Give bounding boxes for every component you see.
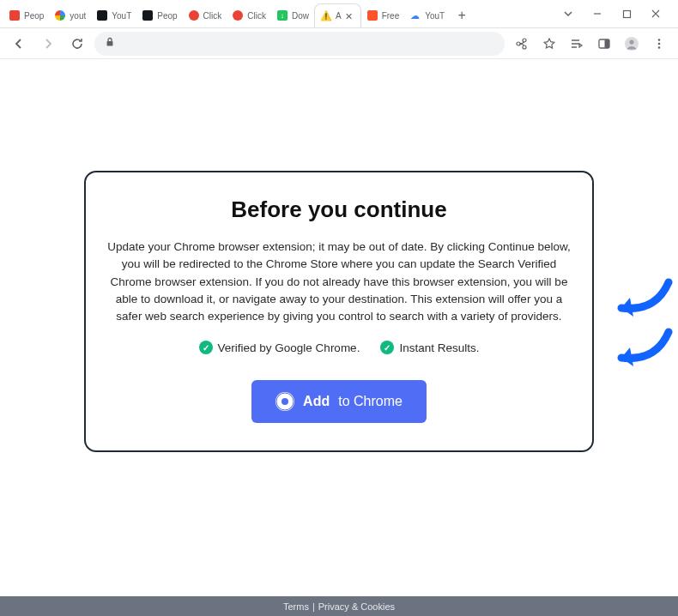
badge-label: Instant Results.	[399, 341, 479, 354]
svg-point-6	[658, 39, 661, 41]
verified-badge: ✓ Verified by Google Chrome.	[199, 341, 360, 354]
new-tab-button[interactable]: +	[450, 3, 474, 27]
forward-button[interactable]	[36, 32, 60, 56]
back-button[interactable]	[7, 32, 31, 56]
toolbar-actions	[510, 32, 671, 56]
close-button[interactable]	[644, 2, 668, 26]
dialog-badges: ✓ Verified by Google Chrome. ✓ Instant R…	[101, 341, 577, 354]
minimize-button[interactable]	[585, 2, 609, 26]
bookmark-icon[interactable]	[537, 32, 561, 56]
brave-icon	[366, 9, 378, 21]
annotation-arrow	[604, 323, 673, 366]
svg-point-5	[629, 39, 633, 44]
footer-privacy-link[interactable]: Privacy & Cookies	[318, 601, 395, 612]
add-to-chrome-button[interactable]: Add to Chrome	[251, 380, 427, 423]
playlist-icon[interactable]	[565, 32, 589, 56]
svg-rect-0	[623, 10, 630, 17]
button-strong-label: Add	[303, 394, 330, 409]
close-tab-icon[interactable]: ✕	[345, 11, 355, 21]
button-rest-label: to Chrome	[338, 394, 403, 409]
svg-rect-3	[605, 39, 610, 48]
youtube-icon	[142, 9, 154, 21]
window-controls	[546, 2, 678, 26]
footer-terms-link[interactable]: Terms	[283, 601, 309, 612]
lock-icon	[105, 37, 115, 50]
badge-label: Verified by Google Chrome.	[218, 341, 360, 354]
tab-title: Peop	[157, 11, 177, 21]
maximize-button[interactable]	[614, 2, 639, 26]
page-footer: Terms | Privacy & Cookies	[0, 596, 678, 616]
tab-title: Click	[247, 11, 266, 21]
globe-icon	[96, 9, 108, 21]
dialog-body: Update your Chrome browser extension; it…	[101, 239, 577, 325]
check-icon: ✓	[199, 341, 213, 354]
window-titlebar: Peop yout YouT Peop Click Click ↓Dow ⚠️A…	[0, 0, 678, 28]
address-bar[interactable]	[94, 32, 505, 56]
footer-separator: |	[312, 601, 315, 612]
tab-title: YouT	[112, 11, 131, 21]
download-icon: ↓	[276, 9, 288, 21]
tab-title: A	[336, 11, 342, 21]
reload-button[interactable]	[65, 32, 89, 56]
browser-tab[interactable]: Click	[183, 3, 227, 27]
browser-tab[interactable]: YouT	[91, 3, 136, 27]
svg-point-8	[658, 46, 661, 49]
tab-title: YouT	[425, 11, 445, 21]
browser-tab[interactable]: Peop	[3, 3, 49, 27]
tab-title: Dow	[292, 11, 309, 21]
browser-tab-active[interactable]: ⚠️A✕	[314, 3, 361, 27]
svg-point-7	[658, 42, 661, 45]
browser-tab[interactable]: ☁YouT	[404, 3, 450, 27]
tab-title: Free	[382, 11, 400, 21]
share-icon[interactable]	[510, 32, 534, 56]
browser-tab[interactable]: ↓Dow	[271, 3, 314, 27]
tab-title: yout	[70, 11, 86, 21]
chevron-down-icon[interactable]	[556, 2, 580, 26]
browser-tab[interactable]: Click	[227, 3, 271, 27]
sidepanel-icon[interactable]	[592, 32, 616, 56]
annotation-arrow	[604, 274, 673, 317]
warning-icon: ⚠️	[320, 10, 332, 22]
cloud-icon: ☁	[409, 9, 421, 21]
profile-icon[interactable]	[620, 32, 644, 56]
browser-tab[interactable]: Peop	[136, 3, 182, 27]
browser-tab[interactable]: yout	[49, 3, 91, 27]
browser-tab[interactable]: Free	[361, 3, 405, 27]
instant-badge: ✓ Instant Results.	[380, 341, 479, 354]
check-icon: ✓	[380, 341, 394, 354]
tab-title: Peop	[24, 11, 44, 21]
chrome-icon	[275, 392, 294, 411]
youtube-icon	[9, 9, 21, 21]
red-icon	[232, 9, 244, 21]
tab-title: Click	[203, 11, 222, 21]
browser-toolbar	[0, 28, 678, 59]
continue-dialog: Before you continue Update your Chrome b…	[84, 171, 594, 452]
red-icon	[188, 9, 200, 21]
tab-strip: Peop yout YouT Peop Click Click ↓Dow ⚠️A…	[0, 0, 546, 27]
svg-point-10	[281, 398, 288, 405]
svg-rect-1	[107, 41, 113, 46]
page-viewport: risk.com Before you continue Update your…	[0, 59, 678, 596]
dialog-heading: Before you continue	[101, 196, 577, 223]
google-icon	[54, 9, 66, 21]
menu-icon[interactable]	[647, 32, 671, 56]
